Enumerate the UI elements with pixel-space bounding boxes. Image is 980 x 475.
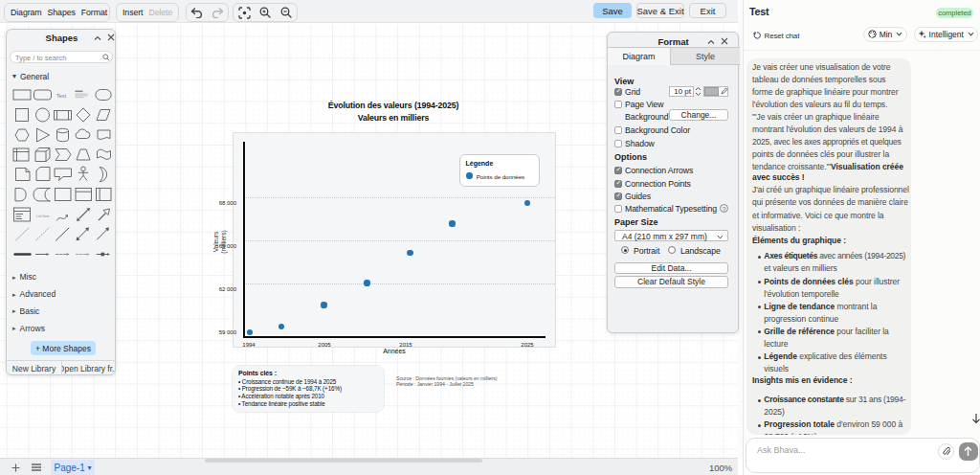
- svg-text:List Item: List Item: [36, 215, 50, 218]
- svg-text:Text: Text: [56, 93, 67, 99]
